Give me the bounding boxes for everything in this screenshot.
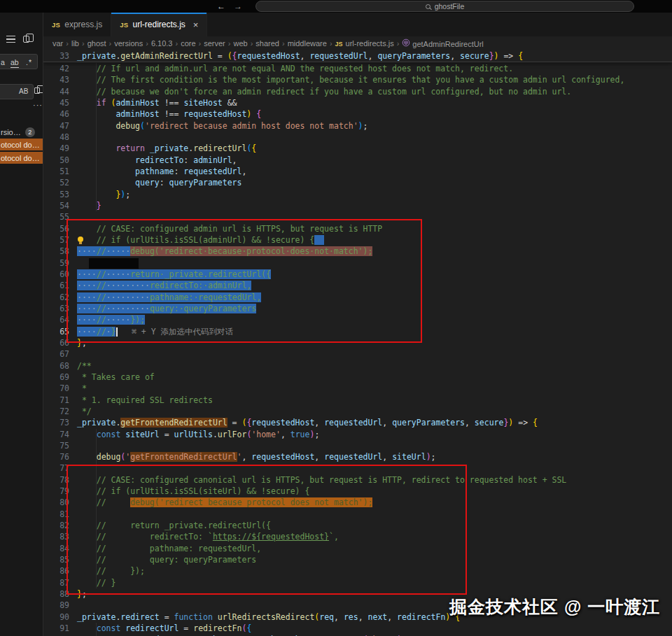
code-text: *	[69, 383, 87, 393]
list-icon[interactable]	[6, 36, 15, 43]
code-line: 80 // debug('redirect because protocol d…	[43, 497, 672, 508]
breadcrumb-item[interactable]: getAdminRedirectUrl	[402, 38, 483, 48]
code-text: // debug('redirect because protocol does…	[69, 497, 372, 507]
whole-word-icon[interactable]: ab	[10, 59, 19, 68]
breadcrumb-item[interactable]: var	[52, 39, 63, 48]
code-text: redirectTo: adminUrl,	[69, 155, 237, 165]
breadcrumb-label: web	[233, 39, 247, 48]
replace-input[interactable]	[0, 84, 34, 99]
breadcrumb-label: middleware	[288, 39, 327, 48]
code-line: 56 // CASE: configured admin url is HTTP…	[43, 223, 672, 234]
code-editor[interactable]: 33_private.getAdminRedirectUrl = ({reque…	[43, 50, 672, 636]
replace-all-icon[interactable]	[34, 87, 40, 94]
line-number: 68	[43, 360, 69, 372]
indent-guide	[96, 189, 97, 200]
code-line: 72 */	[43, 406, 672, 417]
toggle-details-icon[interactable]: ···	[33, 101, 43, 109]
close-icon[interactable]: ×	[193, 20, 199, 29]
code-line: 74 const siteUrl = urlUtils.urlFor('home…	[43, 429, 672, 440]
breadcrumb-item[interactable]: ghost	[88, 39, 106, 48]
code-text: ····//·}⌘ + Y 添加选中代码到对话	[69, 327, 233, 337]
code-text: */	[69, 407, 92, 416]
search-result-match[interactable]: otocol do…	[0, 152, 43, 164]
breadcrumb-item[interactable]: server	[204, 39, 225, 48]
indent-guide	[96, 520, 97, 531]
breadcrumb-separator: ›	[82, 39, 85, 48]
indent-guide	[96, 497, 97, 508]
line-number: 61	[43, 280, 69, 291]
code-text: adminHost !== requestedHost) {	[69, 109, 261, 119]
breadcrumb-item[interactable]: shared	[255, 39, 279, 48]
code-line: 87 // }	[43, 577, 672, 588]
breadcrumb-item[interactable]: web	[233, 39, 247, 48]
code-line: 55	[43, 211, 672, 222]
back-arrow-icon[interactable]: ←	[217, 2, 225, 10]
code-lines[interactable]: 42 // If url and admin.url are not equal…	[43, 63, 672, 636]
search-result-match-label: otocol do…	[1, 154, 40, 162]
line-number: 62	[43, 292, 69, 303]
line-number: 33	[43, 50, 69, 62]
line-number: 84	[43, 543, 69, 554]
breadcrumb-label: getAdminRedirectUrl	[412, 40, 483, 48]
breadcrumb-label: var	[52, 39, 63, 48]
code-line: 52 query: queryParameters	[43, 177, 672, 188]
code-line: 46 adminHost !== requestedHost) {	[43, 108, 672, 120]
breadcrumb-separator: ›	[175, 39, 178, 48]
indent-guide	[96, 554, 97, 565]
indent-guide	[96, 531, 97, 542]
breadcrumb-item[interactable]: middleware	[288, 39, 327, 48]
indent-guide	[96, 155, 97, 166]
code-text: ····//·····});	[69, 315, 145, 325]
code-text: _private.getFrontendRedirectUrl = ({requ…	[69, 418, 538, 427]
indent-guide	[96, 440, 97, 451]
code-line: 68/**	[43, 360, 672, 372]
breadcrumb-item[interactable]: core	[181, 39, 195, 48]
line-number: 69	[43, 372, 69, 383]
tab-url-redirects.js[interactable]: JSurl-redirects.js×	[111, 13, 207, 36]
regex-icon[interactable]: .*	[26, 59, 32, 66]
search-result-file[interactable]: rsio…2	[0, 125, 43, 139]
tab-express.js[interactable]: JSexpress.js	[43, 13, 111, 36]
line-number: 87	[43, 577, 69, 588]
code-text: // CASE: configured canonical url is HTT…	[69, 475, 566, 485]
breadcrumb-separator: ›	[330, 39, 332, 48]
indent-guide	[96, 509, 97, 520]
code-text: };	[69, 589, 87, 599]
breadcrumb-item[interactable]: versions	[114, 39, 143, 48]
breadcrumb-item[interactable]: JSurl-redirects.js	[335, 39, 394, 48]
search-result-match[interactable]: otocol do…	[0, 139, 43, 150]
code-text: // The first condition is the most impor…	[69, 75, 624, 85]
open-in-editor-icon[interactable]	[23, 36, 29, 43]
line-number: 79	[43, 486, 69, 497]
js-file-icon: JS	[335, 41, 343, 48]
command-center-text: ghostFile	[435, 2, 465, 10]
code-line: 61····//·········redirectTo:·adminUrl,	[43, 280, 672, 291]
code-text	[69, 349, 77, 359]
code-line: 63····//·········query:·queryParameters	[43, 303, 672, 314]
indent-guide	[96, 97, 97, 108]
command-center[interactable]: ghostFile	[255, 1, 634, 12]
match-case-icon[interactable]: a	[1, 59, 5, 66]
code-line: 86 // });	[43, 565, 672, 577]
code-line: 77	[43, 462, 672, 474]
code-line: 60····//·····return·_private.redirectUrl…	[43, 269, 672, 280]
preserve-case-icon[interactable]: AB	[19, 88, 28, 95]
search-sidebar: a ab .* AB ··· rsio…2otocol do…otocol do…	[0, 13, 43, 636]
code-text: _private.redirect = function urlRedirect…	[69, 612, 460, 622]
line-number: 90	[43, 612, 69, 623]
code-line: 45 if (adminHost !== siteHost &&	[43, 97, 672, 108]
forward-arrow-icon[interactable]: →	[234, 2, 242, 10]
code-text: ····//·····debug('redirect·because·proto…	[69, 246, 372, 256]
code-line: 67	[43, 348, 672, 360]
breadcrumb-item[interactable]: lib	[71, 39, 79, 48]
inline-chat-hint: ⌘ + Y 添加选中代码到对话	[132, 327, 233, 337]
redacted-block	[89, 258, 139, 269]
code-text	[69, 600, 77, 610]
indent-guide	[96, 200, 97, 211]
code-text: * Takes care of	[69, 372, 155, 382]
breadcrumb-item[interactable]: 6.10.3	[151, 39, 173, 48]
indent-guide	[96, 486, 97, 497]
sticky-scroll-line[interactable]: 33_private.getAdminRedirectUrl = ({reque…	[43, 50, 672, 62]
indent-guide	[96, 429, 97, 440]
code-text: };	[69, 338, 87, 348]
